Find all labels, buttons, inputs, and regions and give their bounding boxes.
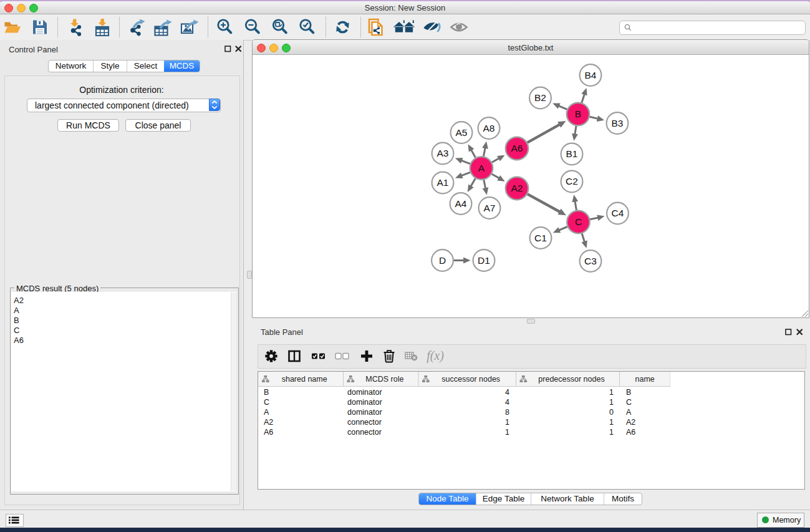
svg-text:D1: D1	[478, 255, 490, 266]
svg-text:C2: C2	[566, 176, 578, 186]
svg-text:successor nodes: successor nodes	[441, 375, 500, 384]
svg-text:A4: A4	[455, 198, 467, 209]
svg-text:A8: A8	[483, 123, 495, 133]
svg-text:C: C	[264, 398, 269, 407]
svg-text:1: 1	[505, 418, 509, 427]
svg-text:MCDS role: MCDS role	[365, 375, 403, 384]
svg-text:dominator: dominator	[347, 398, 382, 407]
svg-text:B: B	[575, 109, 581, 119]
svg-text:connector: connector	[347, 418, 382, 427]
svg-text:A: A	[626, 408, 632, 417]
svg-text:A2: A2	[626, 418, 635, 427]
svg-text:0: 0	[609, 408, 614, 417]
svg-text:8: 8	[505, 408, 509, 417]
svg-text:A1: A1	[437, 177, 449, 188]
svg-text:1: 1	[609, 398, 614, 407]
svg-text:A6: A6	[264, 428, 273, 437]
svg-text:B1: B1	[566, 148, 578, 159]
svg-text:A: A	[264, 408, 269, 417]
svg-text:shared name: shared name	[282, 375, 327, 384]
svg-text:name: name	[635, 375, 655, 384]
svg-text:1: 1	[609, 388, 614, 397]
svg-text:A3: A3	[437, 148, 449, 158]
svg-text:1: 1	[609, 418, 614, 427]
svg-text:4: 4	[505, 398, 509, 407]
svg-text:B3: B3	[612, 118, 624, 128]
svg-text:C4: C4	[612, 208, 624, 218]
svg-text:C: C	[626, 398, 632, 407]
svg-text:4: 4	[505, 388, 509, 397]
svg-text:predecessor nodes: predecessor nodes	[538, 375, 604, 384]
svg-text:connector: connector	[347, 428, 382, 437]
svg-text:A2: A2	[264, 418, 273, 427]
svg-text:C: C	[575, 216, 582, 227]
svg-text:dominator: dominator	[347, 408, 382, 417]
svg-text:f(x): f(x)	[427, 349, 444, 363]
svg-text:A2: A2	[511, 183, 523, 193]
svg-text:A7: A7	[484, 203, 496, 213]
svg-text:C3: C3	[584, 256, 597, 266]
svg-text:dominator: dominator	[347, 388, 382, 397]
svg-text:B2: B2	[534, 92, 546, 103]
svg-text:1: 1	[505, 428, 509, 437]
svg-text:1: 1	[609, 428, 614, 437]
svg-text:A: A	[478, 163, 485, 173]
svg-text:A5: A5	[456, 127, 468, 138]
svg-text:A6: A6	[511, 143, 523, 153]
svg-text:A6: A6	[626, 428, 635, 437]
svg-text:B: B	[264, 388, 269, 397]
svg-text:C1: C1	[534, 233, 547, 243]
svg-text:D: D	[439, 255, 446, 266]
svg-text:B: B	[626, 388, 631, 397]
svg-text:B4: B4	[585, 70, 597, 80]
